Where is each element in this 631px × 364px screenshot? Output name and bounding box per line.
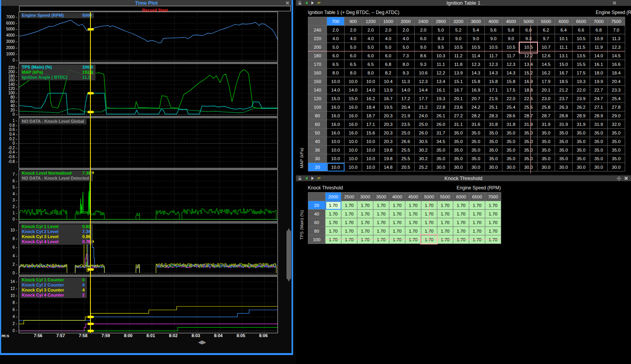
ignition-cell[interactable]: 10.0 <box>327 137 345 146</box>
ignition-cell[interactable]: 19.8 <box>380 146 397 154</box>
ignition-cell[interactable]: 18.0 <box>590 69 608 77</box>
ignition-cell[interactable]: 12.3 <box>608 43 625 51</box>
rpm-col-header[interactable]: 6000 <box>453 193 469 201</box>
ignition-cell[interactable]: 35.0 <box>608 137 625 146</box>
ignition-cell[interactable]: 9.0 <box>415 43 432 51</box>
knock-cell[interactable]: 1.70 <box>453 210 469 218</box>
ignition-cell[interactable]: 12.3 <box>502 60 520 69</box>
knock-cell[interactable]: 1.70 <box>325 201 341 210</box>
knock-row-header[interactable]: 80 <box>308 227 325 235</box>
ignition-cell[interactable]: 10.0 <box>362 137 380 146</box>
ignition-cell[interactable]: 35.0 <box>502 154 520 163</box>
ignition-cell[interactable]: 5.8 <box>502 26 520 34</box>
ignition-cell[interactable]: 8.3 <box>432 34 450 43</box>
ignition-cell[interactable]: 12.3 <box>467 60 485 69</box>
knock-cell[interactable]: 1.70 <box>405 201 421 210</box>
ignition-cell[interactable]: 10.0 <box>345 77 362 86</box>
ignition-cell[interactable]: 6.0 <box>345 51 362 60</box>
ignition-cell[interactable]: 23.6 <box>450 103 467 111</box>
ignition-cell[interactable]: 13.4 <box>520 60 537 69</box>
ignition-cell[interactable]: 10.0 <box>345 163 362 171</box>
ignition-cell[interactable]: 30.0 <box>608 163 625 171</box>
ignition-cell[interactable]: 14.0 <box>327 86 345 94</box>
ignition-cell[interactable]: 35.0 <box>450 154 467 163</box>
ignition-cell[interactable]: 9.5 <box>432 43 450 51</box>
lock-icon[interactable] <box>297 176 302 181</box>
ignition-cell[interactable]: 16.0 <box>345 120 362 129</box>
rpm-col-header[interactable]: 1200 <box>362 17 380 26</box>
knock-cell[interactable]: 1.70 <box>485 218 501 227</box>
ignition-cell[interactable]: 35.0 <box>502 137 520 146</box>
close-icon[interactable] <box>612 0 617 5</box>
ignition-cell[interactable]: 35.0 <box>573 146 590 154</box>
ignition-cell[interactable]: 26.0 <box>432 120 450 129</box>
ignition-cell[interactable]: 6.0 <box>380 51 397 60</box>
ignition-cell[interactable]: 28.8 <box>555 111 573 120</box>
ignition-cell[interactable]: 17.2 <box>397 94 415 103</box>
ignition-cell[interactable]: 12.6 <box>537 51 555 60</box>
ignition-cell[interactable]: 15.6 <box>362 129 380 137</box>
knock-cell[interactable]: 1.70 <box>341 201 357 210</box>
ignition-cell[interactable]: 35.0 <box>485 154 502 163</box>
ignition-cell[interactable]: 22.0 <box>502 94 520 103</box>
ignition-cell[interactable]: 25.0 <box>397 129 415 137</box>
ignition-table[interactable]: 7009001200150020002400280032003600400045… <box>308 17 625 171</box>
ignition-cell[interactable]: 10.0 <box>345 137 362 146</box>
ignition-row-header[interactable]: 200 <box>308 43 327 51</box>
ignition-cell[interactable]: 10.0 <box>327 154 345 163</box>
ignition-cell[interactable]: 35.0 <box>485 129 502 137</box>
ignition-cell[interactable]: 8.6 <box>415 51 432 60</box>
ignition-cell[interactable]: 21.5 <box>485 94 502 103</box>
knock-cell[interactable]: 1.70 <box>437 218 453 227</box>
ignition-cell[interactable]: 20.7 <box>467 94 485 103</box>
ignition-row-header[interactable]: 60 <box>308 120 327 129</box>
ignition-cell[interactable]: 23.0 <box>537 94 555 103</box>
knock-cell[interactable]: 1.70 <box>341 210 357 218</box>
ignition-cell[interactable]: 11.2 <box>450 51 467 60</box>
ignition-cell[interactable]: 6.5 <box>362 60 380 69</box>
ignition-cell[interactable]: 28.9 <box>590 111 608 120</box>
ignition-cell[interactable]: 5.0 <box>380 43 397 51</box>
ignition-cell[interactable]: 30.5 <box>415 137 432 146</box>
ignition-cell[interactable]: 35.0 <box>520 129 537 137</box>
rpm-col-header[interactable]: 1500 <box>380 17 397 26</box>
ignition-cell[interactable]: 16.7 <box>450 86 467 94</box>
ignition-row-header[interactable]: 36 <box>308 146 327 154</box>
ignition-cell[interactable]: 5.0 <box>362 43 380 51</box>
ignition-cell[interactable]: 30.2 <box>415 146 432 154</box>
knock-cell[interactable]: 1.70 <box>405 218 421 227</box>
ignition-cell[interactable]: 14.3 <box>502 69 520 77</box>
ignition-row-header[interactable]: 150 <box>308 77 327 86</box>
ignition-cell[interactable]: 18.7 <box>362 111 380 120</box>
ignition-cell[interactable]: 9.3 <box>415 60 432 69</box>
rpm-col-header[interactable]: 3000 <box>357 193 373 201</box>
knock-cell[interactable]: 1.70 <box>325 210 341 218</box>
ignition-cell[interactable]: 10.0 <box>327 146 345 154</box>
ignition-cell[interactable]: 35.0 <box>502 129 520 137</box>
ignition-cell[interactable]: 13.5 <box>573 51 590 60</box>
ignition-cell[interactable]: 20.1 <box>537 86 555 94</box>
ignition-cell[interactable]: 6.6 <box>573 26 590 34</box>
knock-cell[interactable]: 1.70 <box>485 201 501 210</box>
ignition-cell[interactable]: 31.9 <box>520 120 537 129</box>
ignition-cell[interactable]: 26.3 <box>555 103 573 111</box>
ignition-cell[interactable]: 35.0 <box>485 146 502 154</box>
knock-cell[interactable]: 1.70 <box>325 218 341 227</box>
ignition-cell[interactable]: 18.5 <box>555 77 573 86</box>
ignition-cell[interactable]: 10.6 <box>415 69 432 77</box>
ignition-cell[interactable]: 20.4 <box>608 77 625 86</box>
ignition-cell[interactable]: 15.5 <box>573 60 590 69</box>
ignition-cell[interactable]: 10.0 <box>345 146 362 154</box>
ignition-cell[interactable]: 22.8 <box>432 103 450 111</box>
ignition-cell[interactable]: 35.0 <box>608 129 625 137</box>
ignition-row-header[interactable]: 140 <box>308 86 327 94</box>
ignition-cell[interactable]: 11.7 <box>502 51 520 60</box>
ignition-cell[interactable]: 17.5 <box>502 86 520 94</box>
ignition-cell[interactable]: 14.0 <box>397 86 415 94</box>
ignition-titlebar[interactable]: Ignition Table 1 <box>296 0 631 6</box>
timeline-cursor[interactable] <box>90 12 91 333</box>
ignition-row-header[interactable]: 170 <box>308 60 327 69</box>
ignition-cell[interactable]: 16.0 <box>327 111 345 120</box>
v-scrollbar[interactable] <box>286 231 291 279</box>
ignition-row-header[interactable]: 20 <box>308 163 327 171</box>
